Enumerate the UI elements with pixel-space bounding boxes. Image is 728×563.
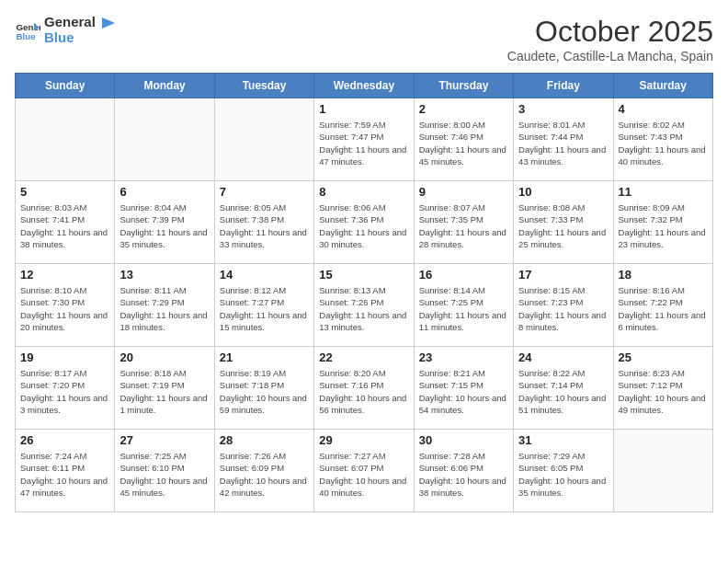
calendar-day-cell: 18Sunrise: 8:16 AMSunset: 7:22 PMDayligh… [613,264,712,347]
day-number: 28 [220,433,309,447]
day-number: 10 [518,185,608,199]
calendar-day-cell: 6Sunrise: 8:04 AMSunset: 7:39 PMDaylight… [115,181,214,264]
day-info: Sunrise: 8:17 AMSunset: 7:20 PMDaylight:… [20,367,109,416]
day-number: 15 [319,268,408,282]
calendar-header-row: SundayMondayTuesdayWednesdayThursdayFrid… [16,74,713,98]
logo-arrow-icon [100,16,117,30]
day-info: Sunrise: 8:05 AMSunset: 7:38 PMDaylight:… [220,201,309,250]
calendar-day-cell: 23Sunrise: 8:21 AMSunset: 7:15 PMDayligh… [414,347,513,430]
day-info: Sunrise: 8:01 AMSunset: 7:44 PMDaylight:… [518,119,608,167]
calendar-day-cell [115,98,214,181]
calendar-day-cell: 3Sunrise: 8:01 AMSunset: 7:44 PMDaylight… [514,98,613,181]
day-info: Sunrise: 8:22 AMSunset: 7:14 PMDaylight:… [518,367,608,416]
day-number: 31 [518,433,608,447]
calendar-day-cell: 30Sunrise: 7:28 AMSunset: 6:06 PMDayligh… [414,430,513,512]
day-info: Sunrise: 8:02 AMSunset: 7:43 PMDaylight:… [619,119,708,167]
day-number: 3 [518,102,608,116]
calendar-day-cell: 7Sunrise: 8:05 AMSunset: 7:38 PMDaylight… [214,181,313,264]
calendar-day-cell: 24Sunrise: 8:22 AMSunset: 7:14 PMDayligh… [514,347,613,430]
day-info: Sunrise: 7:24 AMSunset: 6:11 PMDaylight:… [20,450,109,499]
calendar-day-cell: 1Sunrise: 7:59 AMSunset: 7:47 PMDaylight… [314,98,414,181]
calendar-week-row: 5Sunrise: 8:03 AMSunset: 7:41 PMDaylight… [16,181,713,264]
day-of-week-header: Tuesday [214,74,313,98]
calendar-day-cell: 15Sunrise: 8:13 AMSunset: 7:26 PMDayligh… [314,264,414,347]
day-number: 8 [319,185,408,199]
logo-blue-text: Blue [44,30,118,46]
calendar-day-cell: 21Sunrise: 8:19 AMSunset: 7:18 PMDayligh… [214,347,313,430]
day-number: 25 [619,350,708,364]
day-number: 16 [419,268,508,282]
day-info: Sunrise: 7:26 AMSunset: 6:09 PMDaylight:… [220,450,309,499]
day-number: 19 [20,350,109,364]
day-of-week-header: Thursday [414,74,513,98]
day-number: 6 [119,185,209,199]
logo-icon: General Blue [15,17,40,43]
calendar-week-row: 12Sunrise: 8:10 AMSunset: 7:30 PMDayligh… [16,264,713,347]
day-info: Sunrise: 8:15 AMSunset: 7:23 PMDaylight:… [518,284,608,333]
calendar-day-cell [214,98,313,181]
calendar-day-cell [613,430,712,512]
day-info: Sunrise: 8:09 AMSunset: 7:32 PMDaylight:… [619,201,708,250]
calendar-day-cell: 27Sunrise: 7:25 AMSunset: 6:10 PMDayligh… [115,430,214,512]
calendar-day-cell: 4Sunrise: 8:02 AMSunset: 7:43 PMDaylight… [613,98,712,181]
month-title: October 2025 [507,15,713,49]
location-title: Caudete, Castille-La Mancha, Spain [507,49,713,63]
day-of-week-header: Friday [514,74,613,98]
calendar-table: SundayMondayTuesdayWednesdayThursdayFrid… [15,73,713,512]
day-info: Sunrise: 8:03 AMSunset: 7:41 PMDaylight:… [20,201,109,250]
calendar-day-cell: 11Sunrise: 8:09 AMSunset: 7:32 PMDayligh… [613,181,712,264]
day-info: Sunrise: 8:20 AMSunset: 7:16 PMDaylight:… [319,367,408,416]
calendar-day-cell: 22Sunrise: 8:20 AMSunset: 7:16 PMDayligh… [314,347,414,430]
calendar-day-cell [16,98,115,181]
calendar-week-row: 1Sunrise: 7:59 AMSunset: 7:47 PMDaylight… [16,98,713,181]
page-header: General Blue General Blue October 2025 C… [15,15,713,63]
day-of-week-header: Monday [115,74,214,98]
day-of-week-header: Saturday [613,74,712,98]
day-info: Sunrise: 8:23 AMSunset: 7:12 PMDaylight:… [619,367,708,416]
day-info: Sunrise: 8:06 AMSunset: 7:36 PMDaylight:… [319,201,408,250]
calendar-day-cell: 12Sunrise: 8:10 AMSunset: 7:30 PMDayligh… [16,264,115,347]
day-info: Sunrise: 8:16 AMSunset: 7:22 PMDaylight:… [619,284,708,333]
day-info: Sunrise: 7:28 AMSunset: 6:06 PMDaylight:… [419,450,508,499]
calendar-day-cell: 8Sunrise: 8:06 AMSunset: 7:36 PMDaylight… [314,181,414,264]
calendar-day-cell: 14Sunrise: 8:12 AMSunset: 7:27 PMDayligh… [214,264,313,347]
title-area: October 2025 Caudete, Castille-La Mancha… [507,15,713,63]
calendar-week-row: 26Sunrise: 7:24 AMSunset: 6:11 PMDayligh… [16,430,713,512]
day-number: 7 [220,185,309,199]
day-info: Sunrise: 8:21 AMSunset: 7:15 PMDaylight:… [419,367,508,416]
day-number: 12 [20,268,109,282]
day-number: 17 [518,268,608,282]
logo-general-text: General [44,14,96,29]
day-number: 1 [319,102,408,116]
day-number: 29 [319,433,408,447]
day-info: Sunrise: 8:13 AMSunset: 7:26 PMDaylight:… [319,284,408,333]
logo: General Blue General Blue [15,15,118,46]
day-info: Sunrise: 8:00 AMSunset: 7:46 PMDaylight:… [419,119,508,167]
day-number: 2 [419,102,508,116]
day-info: Sunrise: 8:14 AMSunset: 7:25 PMDaylight:… [419,284,508,333]
day-number: 30 [419,433,508,447]
day-number: 11 [619,185,708,199]
svg-marker-2 [102,17,115,29]
day-number: 18 [619,268,708,282]
day-number: 27 [119,433,209,447]
day-info: Sunrise: 8:19 AMSunset: 7:18 PMDaylight:… [220,367,309,416]
day-number: 21 [220,350,309,364]
day-number: 26 [20,433,109,447]
day-of-week-header: Sunday [16,74,115,98]
calendar-day-cell: 2Sunrise: 8:00 AMSunset: 7:46 PMDaylight… [414,98,513,181]
calendar-day-cell: 28Sunrise: 7:26 AMSunset: 6:09 PMDayligh… [214,430,313,512]
day-info: Sunrise: 7:27 AMSunset: 6:07 PMDaylight:… [319,450,408,499]
day-info: Sunrise: 8:04 AMSunset: 7:39 PMDaylight:… [119,201,209,250]
calendar-day-cell: 13Sunrise: 8:11 AMSunset: 7:29 PMDayligh… [115,264,214,347]
calendar-day-cell: 29Sunrise: 7:27 AMSunset: 6:07 PMDayligh… [314,430,414,512]
svg-text:Blue: Blue [16,31,36,41]
calendar-day-cell: 9Sunrise: 8:07 AMSunset: 7:35 PMDaylight… [414,181,513,264]
day-info: Sunrise: 7:59 AMSunset: 7:47 PMDaylight:… [319,119,408,167]
day-number: 23 [419,350,508,364]
day-number: 13 [119,268,209,282]
day-number: 20 [119,350,209,364]
calendar-week-row: 19Sunrise: 8:17 AMSunset: 7:20 PMDayligh… [16,347,713,430]
day-info: Sunrise: 8:08 AMSunset: 7:33 PMDaylight:… [518,201,608,250]
day-info: Sunrise: 8:07 AMSunset: 7:35 PMDaylight:… [419,201,508,250]
